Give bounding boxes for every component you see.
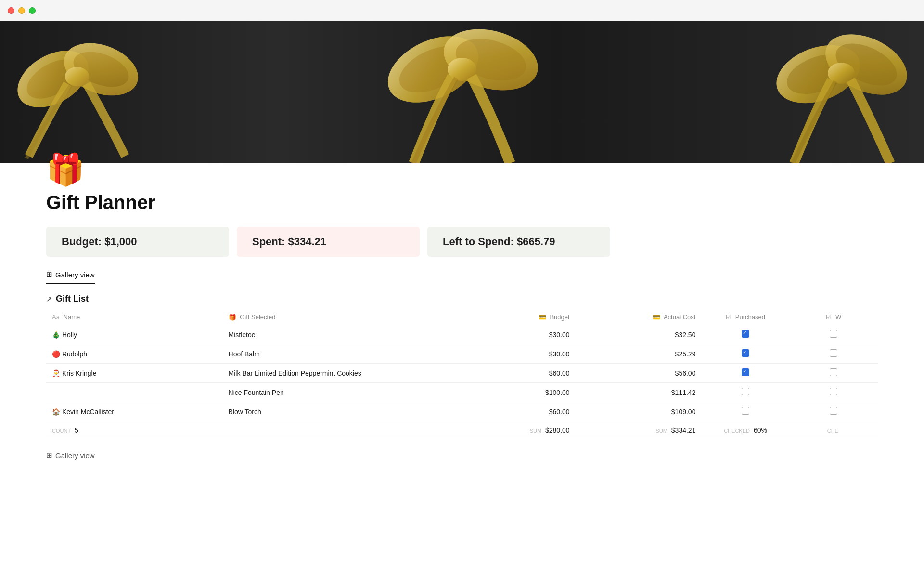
cell-gift: Milk Bar Limited Edition Peppermint Cook… [223, 364, 449, 383]
purchased-checkbox[interactable] [742, 368, 749, 376]
cell-actual: $109.00 [576, 402, 702, 421]
name-col-icon: Aa [52, 314, 60, 321]
close-button[interactable] [8, 7, 14, 14]
gallery-icon: ⊞ [46, 270, 52, 279]
left-to-spend-stat: Left to Spend: $665.79 [427, 227, 610, 257]
purchased-checkbox[interactable] [742, 349, 749, 357]
col-header-gift: 🎁 Gift Selected [223, 310, 449, 325]
cell-wrapped[interactable] [790, 325, 878, 344]
center-bow-decoration [366, 21, 558, 163]
table-row: 🎄 Holly Mistletoe $30.00 $32.50 [46, 325, 878, 344]
left-bow-decoration [0, 21, 154, 163]
table-row: Nice Fountain Pen $100.00 $111.42 [46, 383, 878, 402]
cell-budget: $100.00 [449, 383, 576, 402]
cell-name: 🎄 Holly [46, 325, 223, 344]
cell-budget: $30.00 [449, 344, 576, 364]
purchased-col-icon: ☑ [726, 314, 732, 321]
view-tabs: ⊞ Gallery view [46, 270, 878, 284]
cell-purchased[interactable] [701, 364, 789, 383]
cell-budget: $60.00 [449, 402, 576, 421]
wrapped-checkbox[interactable] [830, 349, 837, 357]
cell-gift: Mistletoe [223, 325, 449, 344]
page-content: 🎁 Gift Planner Budget: $1,000 Spent: $33… [0, 148, 924, 460]
wrapped-col-icon: ☑ [826, 314, 832, 321]
section-title: Gift List [56, 294, 89, 304]
col-header-actual: 💳 Actual Cost [576, 310, 702, 325]
footer-empty-gift [223, 421, 449, 439]
table-row: 🏠 Kevin McCallister Blow Torch $60.00 $1… [46, 402, 878, 421]
cell-purchased[interactable] [701, 344, 789, 364]
section-header: ↗ Gift List [46, 294, 878, 304]
cell-actual: $32.50 [576, 325, 702, 344]
cell-wrapped[interactable] [790, 402, 878, 421]
footer-sum-actual: SUM $334.21 [576, 421, 702, 439]
cell-actual: $56.00 [576, 364, 702, 383]
cell-purchased[interactable] [701, 402, 789, 421]
svg-point-4 [65, 67, 89, 86]
actual-col-icon: 💳 [653, 314, 660, 321]
spent-stat: Spent: $334.21 [237, 227, 420, 257]
cell-name: 🎅 Kris Kringle [46, 364, 223, 383]
section-arrow-icon: ↗ [46, 295, 52, 303]
cell-budget: $30.00 [449, 325, 576, 344]
hero-banner [0, 21, 924, 163]
page-icon: 🎁 [46, 148, 878, 188]
cell-budget: $60.00 [449, 364, 576, 383]
col-header-budget: 💳 Budget [449, 310, 576, 325]
titlebar [0, 0, 924, 21]
table-header-row: Aa Name 🎁 Gift Selected 💳 Budget 💳 Actua… [46, 310, 878, 325]
wrapped-checkbox[interactable] [830, 388, 837, 395]
wrapped-checkbox[interactable] [830, 330, 837, 338]
gallery-view-label: Gallery view [55, 271, 95, 279]
budget-stat: Budget: $1,000 [46, 227, 229, 257]
footer-checked2: CHE [790, 421, 878, 439]
cell-actual: $111.42 [576, 383, 702, 402]
right-bow-decoration [756, 21, 924, 163]
cell-name [46, 383, 223, 402]
col-header-wrapped: ☑ W [790, 310, 878, 325]
gift-col-icon: 🎁 [229, 314, 236, 321]
cell-name: 🏠 Kevin McCallister [46, 402, 223, 421]
gallery-view-tab[interactable]: ⊞ Gallery view [46, 270, 95, 284]
gift-table: Aa Name 🎁 Gift Selected 💳 Budget 💳 Actua… [46, 310, 878, 439]
stats-row: Budget: $1,000 Spent: $334.21 Left to Sp… [46, 227, 878, 257]
cell-purchased[interactable] [701, 383, 789, 402]
cell-name: 🔴 Rudolph [46, 344, 223, 364]
col-header-purchased: ☑ Purchased [701, 310, 789, 325]
cell-purchased[interactable] [701, 325, 789, 344]
purchased-checkbox[interactable] [742, 388, 749, 395]
purchased-checkbox[interactable] [742, 407, 749, 415]
footer-count: COUNT 5 [46, 421, 223, 439]
maximize-button[interactable] [29, 7, 36, 14]
bottom-gallery-label: Gallery view [55, 451, 95, 460]
table-row: 🔴 Rudolph Hoof Balm $30.00 $25.29 [46, 344, 878, 364]
footer-sum-budget: SUM $280.00 [449, 421, 576, 439]
table-footer-row: COUNT 5 SUM $280.00 SUM $334.21 CHECKED … [46, 421, 878, 439]
cell-gift: Nice Fountain Pen [223, 383, 449, 402]
wrapped-checkbox[interactable] [830, 368, 837, 376]
cell-wrapped[interactable] [790, 364, 878, 383]
cell-wrapped[interactable] [790, 383, 878, 402]
cell-actual: $25.29 [576, 344, 702, 364]
bottom-gallery-view-tab[interactable]: ⊞ Gallery view [46, 451, 878, 460]
minimize-button[interactable] [18, 7, 25, 14]
col-header-name: Aa Name [46, 310, 223, 325]
cell-gift: Hoof Balm [223, 344, 449, 364]
cell-gift: Blow Torch [223, 402, 449, 421]
wrapped-checkbox[interactable] [830, 407, 837, 415]
bottom-gallery-icon: ⊞ [46, 451, 52, 460]
cell-wrapped[interactable] [790, 344, 878, 364]
table-row: 🎅 Kris Kringle Milk Bar Limited Edition … [46, 364, 878, 383]
page-title: Gift Planner [46, 192, 878, 213]
purchased-checkbox[interactable] [742, 330, 749, 338]
footer-checked: CHECKED 60% [701, 421, 789, 439]
budget-col-icon: 💳 [539, 314, 546, 321]
